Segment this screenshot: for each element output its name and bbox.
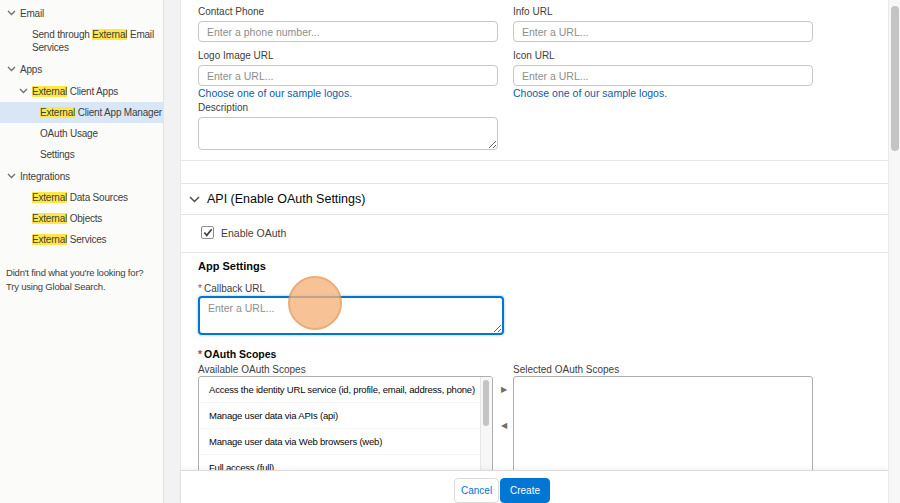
info-url-input[interactable] (513, 21, 813, 42)
oauth-scopes-title: *OAuth Scopes (198, 348, 276, 360)
sidebar-item-email[interactable]: Email (0, 2, 163, 24)
sidebar-item-apps[interactable]: Apps (0, 58, 163, 80)
chevron-down-icon (7, 62, 20, 75)
api-oauth-settings-section-header[interactable]: API (Enable OAuth Settings) (181, 183, 888, 215)
sidebar-item-external-client-app-manager[interactable]: External Client App Manager (0, 102, 163, 123)
sidebar-item-send-through-external-email-services[interactable]: Send through External Email Services (0, 24, 163, 58)
sidebar-item-external-data-sources[interactable]: External Data Sources (0, 187, 163, 208)
description-label: Description (198, 102, 498, 113)
enable-oauth-label: Enable OAuth (221, 227, 286, 239)
icon-url-field-group: Icon URL (513, 50, 813, 86)
scope-option[interactable]: Manage user data via Web browsers (web) (199, 429, 492, 455)
description-field-group: Description (198, 102, 498, 154)
chevron-down-icon (7, 169, 20, 182)
sidebar-item-settings[interactable]: Settings (0, 144, 163, 165)
available-oauth-scopes-label: Available OAuth Scopes (198, 364, 306, 375)
sidebar-item-integrations[interactable]: Integrations (0, 165, 163, 187)
info-url-label: Info URL (513, 6, 813, 17)
logo-sample-logos-link[interactable]: Choose one of our sample logos. (198, 87, 352, 99)
description-textarea[interactable] (198, 117, 498, 150)
icon-url-input[interactable] (513, 65, 813, 86)
move-right-button[interactable]: ▶ (496, 385, 512, 395)
icon-sample-logos-link[interactable]: Choose one of our sample logos. (513, 87, 667, 99)
sidebar-item-external-services[interactable]: External Services (0, 229, 163, 250)
scope-option[interactable]: Manage user data via APIs (api) (199, 403, 492, 429)
form-action-bar: Cancel Create (181, 470, 888, 503)
api-section-title: API (Enable OAuth Settings) (207, 192, 365, 206)
section-divider (181, 160, 888, 161)
page-scrollbar-thumb[interactable] (891, 6, 899, 151)
chevron-down-icon (189, 192, 207, 206)
required-asterisk: * (198, 283, 202, 294)
page-scrollbar[interactable] (888, 0, 900, 503)
callback-url-textarea[interactable] (198, 296, 504, 335)
chevron-down-icon (19, 84, 32, 97)
sidebar-item-external-client-apps[interactable]: External Client Apps (0, 80, 163, 102)
setup-page: Email Send through External Email Servic… (0, 0, 900, 503)
listbox-scrollbar-thumb[interactable] (483, 380, 489, 426)
required-asterisk: * (198, 348, 202, 360)
checkmark-icon (203, 228, 213, 237)
app-settings-title: App Settings (198, 260, 266, 272)
sidebar-item-external-objects[interactable]: External Objects (0, 208, 163, 229)
enable-oauth-checkbox[interactable] (201, 226, 214, 239)
logo-image-url-label: Logo Image URL (198, 50, 498, 61)
left-arrow-icon: ◀ (501, 421, 507, 430)
chevron-down-icon (7, 6, 20, 19)
new-external-client-app-form: Contact Phone Info URL Logo Image URL Ic… (180, 0, 888, 503)
available-oauth-scopes-listbox[interactable]: Access the identity URL service (id, pro… (198, 376, 493, 473)
callback-url-label: *Callback URL (198, 283, 265, 294)
icon-url-label: Icon URL (513, 50, 813, 61)
contact-phone-label: Contact Phone (198, 6, 498, 17)
scope-option[interactable]: Access the identity URL service (id, pro… (199, 377, 492, 403)
listbox-scrollbar[interactable] (480, 377, 492, 472)
sidebar-footer-text: Didn't find what you're looking for? Try… (0, 266, 163, 294)
move-left-button[interactable]: ◀ (496, 421, 512, 431)
contact-phone-input[interactable] (198, 21, 498, 42)
logo-image-url-field-group: Logo Image URL (198, 50, 498, 86)
create-button[interactable]: Create (500, 478, 550, 503)
selected-oauth-scopes-label: Selected OAuth Scopes (513, 364, 619, 375)
right-arrow-icon: ▶ (501, 385, 507, 394)
info-url-field-group: Info URL (513, 6, 813, 42)
selected-oauth-scopes-listbox[interactable] (513, 376, 813, 473)
section-divider (181, 252, 888, 253)
sidebar-item-oauth-usage[interactable]: OAuth Usage (0, 123, 163, 144)
logo-image-url-input[interactable] (198, 65, 498, 86)
cancel-button[interactable]: Cancel (454, 478, 499, 503)
contact-phone-field-group: Contact Phone (198, 6, 498, 42)
setup-nav-sidebar: Email Send through External Email Servic… (0, 0, 164, 503)
